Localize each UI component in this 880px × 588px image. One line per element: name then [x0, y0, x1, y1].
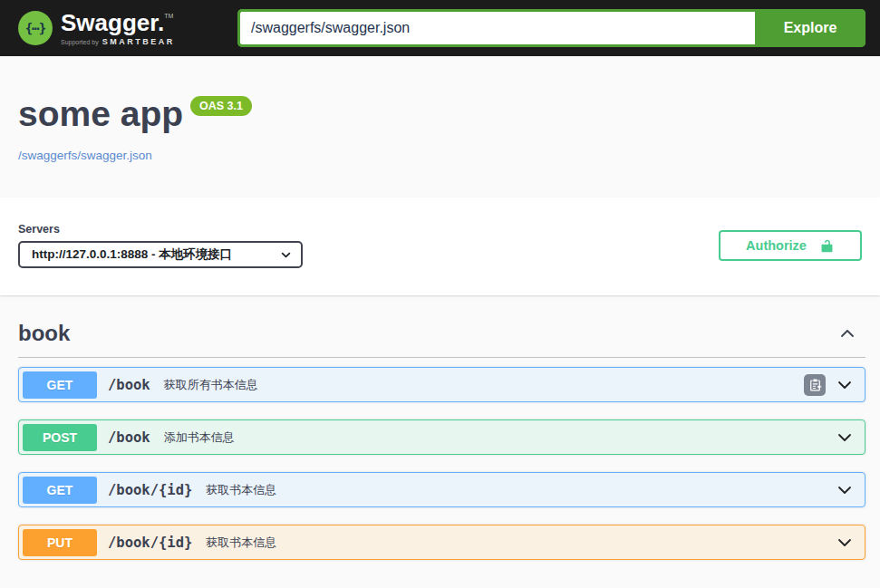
- tag-name: book: [18, 321, 70, 346]
- spec-url-form: Explore: [237, 9, 865, 47]
- supported-by-label: Supported by: [61, 39, 99, 45]
- chevron-up-icon: [838, 324, 856, 342]
- row-right-controls: [836, 534, 854, 552]
- brand-name: Swagger.: [61, 11, 164, 34]
- swagger-braces-glyph: {⋯}: [25, 21, 45, 35]
- operation-row[interactable]: POST/book添加书本信息: [18, 419, 865, 455]
- smartbear-label: SMARTBEAR: [102, 37, 175, 46]
- operation-summary: 获取书本信息: [206, 535, 276, 551]
- copy-to-clipboard-button[interactable]: [804, 374, 826, 396]
- swagger-logo: {⋯} Swagger. TM Supported by SMARTBEAR: [18, 11, 175, 46]
- servers-block: Servers http://127.0.0.1:8888 - 本地环境接口: [18, 223, 303, 268]
- scheme-container: Servers http://127.0.0.1:8888 - 本地环境接口 A…: [0, 198, 880, 295]
- row-right-controls: [836, 481, 854, 499]
- row-right-controls: [804, 374, 854, 396]
- spec-json-link[interactable]: /swaggerfs/swagger.json: [18, 149, 152, 162]
- clipboard-icon: [808, 378, 822, 391]
- operation-row[interactable]: GET/book获取所有书本信息: [18, 367, 865, 402]
- operations-list: GET/book获取所有书本信息POST/book添加书本信息GET/book/…: [18, 367, 865, 560]
- operation-path: /book/{id}: [108, 482, 192, 498]
- row-right-controls: [836, 429, 854, 447]
- method-badge: GET: [23, 477, 97, 504]
- chevron-down-icon: [836, 534, 854, 552]
- collapse-section-button[interactable]: [838, 324, 856, 342]
- operation-path: /book: [108, 429, 150, 446]
- spec-url-input[interactable]: [237, 9, 755, 47]
- brand-text: Swagger. TM Supported by SMARTBEAR: [61, 11, 175, 46]
- operation-summary: 获取所有书本信息: [164, 377, 258, 393]
- authorize-button[interactable]: Authorize: [719, 230, 862, 261]
- operation-row[interactable]: PUT/book/{id}获取书本信息: [18, 525, 865, 560]
- trademark-label: TM: [164, 13, 173, 19]
- page-title: some app: [18, 94, 183, 134]
- chevron-down-icon: [280, 249, 292, 261]
- operation-summary: 获取书本信息: [206, 482, 276, 498]
- operation-summary: 添加书本信息: [164, 429, 235, 446]
- method-badge: POST: [23, 424, 97, 451]
- authorize-label: Authorize: [746, 238, 807, 253]
- expand-operation-button[interactable]: [836, 376, 854, 394]
- operation-path: /book/{id}: [108, 535, 192, 551]
- expand-operation-button[interactable]: [836, 534, 854, 552]
- chevron-down-icon: [836, 376, 854, 394]
- expand-operation-button[interactable]: [836, 481, 854, 499]
- oas-version-badge: OAS 3.1: [190, 96, 252, 116]
- servers-select[interactable]: http://127.0.0.1:8888 - 本地环境接口: [18, 241, 303, 268]
- servers-label: Servers: [18, 223, 303, 236]
- tag-header-book[interactable]: book: [18, 312, 865, 358]
- selected-server-label: http://127.0.0.1:8888 - 本地环境接口: [32, 246, 232, 263]
- expand-operation-button[interactable]: [836, 429, 854, 447]
- operation-path: /book: [108, 377, 150, 393]
- unlock-icon: [819, 238, 835, 254]
- info-section: some app OAS 3.1 /swaggerfs/swagger.json: [0, 56, 880, 198]
- operations-section: book GET/book获取所有书本信息POST/book添加书本信息GET/…: [0, 295, 880, 560]
- method-badge: GET: [23, 371, 97, 399]
- topbar: {⋯} Swagger. TM Supported by SMARTBEAR E…: [0, 0, 880, 56]
- chevron-down-icon: [836, 481, 854, 499]
- chevron-down-icon: [836, 429, 854, 447]
- operation-row[interactable]: GET/book/{id}获取书本信息: [18, 472, 865, 507]
- explore-button[interactable]: Explore: [755, 9, 865, 47]
- method-badge: PUT: [23, 529, 97, 556]
- swagger-logo-icon: {⋯}: [18, 11, 53, 45]
